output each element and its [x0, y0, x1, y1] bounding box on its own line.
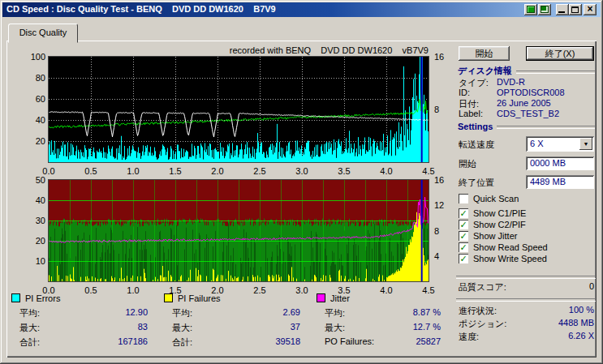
maximize-button[interactable] — [569, 4, 582, 15]
position-value: 4488 MB — [558, 318, 594, 330]
stat-row: 最大:83 — [11, 322, 157, 336]
pi-failures-swatch-icon — [164, 293, 173, 302]
stat-row: 最大:12.7 % — [317, 322, 450, 336]
stat-title: Jitter — [330, 293, 350, 303]
stat-row: 平均:12.90 — [11, 307, 157, 322]
stat-row: 合計:167186 — [11, 336, 157, 351]
app-chart-button[interactable] — [524, 4, 537, 15]
checkbox-icon[interactable]: ✓ — [459, 208, 468, 218]
disk-icon — [541, 6, 549, 13]
checkbox-icon[interactable]: ✓ — [459, 220, 468, 229]
disc-id-row: ID:OPTODISCR008 — [459, 88, 595, 98]
end-position-label: 終了位置 — [459, 177, 494, 189]
disc-type-row: タイプ:DVD-R — [459, 77, 595, 88]
window-title: CD Speed : Disc Quality Test - BENQ DVD … — [6, 4, 276, 14]
disc-label-row: Label:CDS_TEST_B2 — [459, 109, 595, 119]
minimize-icon — [558, 11, 565, 13]
speed-select[interactable]: 6 X ▼ — [526, 136, 594, 152]
divider — [516, 71, 595, 74]
maximize-icon — [571, 6, 579, 13]
stat-title: PI Failures — [178, 293, 221, 303]
progress-row: 進行状況:100 % — [459, 305, 594, 317]
pi-errors-stats: PI Errors 平均:12.90 最大:83 合計:167186 — [11, 293, 157, 351]
speed-label: 転送速度 — [459, 139, 494, 151]
jitter-stats: Jitter 平均:8.87 % 最大:12.7 % PO Failures:2… — [317, 293, 450, 351]
start-position-label: 開始 — [459, 158, 476, 170]
pi-failures-jitter-chart — [48, 179, 429, 282]
start-button[interactable]: 開始 — [459, 46, 510, 61]
close-icon: × — [584, 4, 597, 15]
chart-icon — [527, 6, 535, 13]
checkbox-icon[interactable]: ✓ — [459, 231, 468, 241]
checkbox-icon[interactable] — [459, 194, 468, 203]
stat-row: 平均:8.87 % — [317, 307, 450, 322]
end-position-input[interactable]: 4489 MB — [526, 175, 594, 189]
stat-row: PO Failures:25827 — [317, 336, 450, 351]
stat-title: PI Errors — [25, 293, 60, 303]
disc-info-header: ディスク情報 — [458, 65, 595, 77]
minimize-button[interactable] — [556, 4, 569, 15]
stat-row: 平均:2.69 — [164, 307, 310, 322]
exit-button[interactable]: 終了(X) — [526, 46, 594, 61]
close-button[interactable]: × — [584, 4, 597, 15]
speed-row: 速度:6.26 X — [459, 331, 594, 343]
speed-value: 6.26 X — [568, 331, 594, 343]
jitter-swatch-icon — [317, 293, 325, 302]
pi-errors-swatch-icon — [11, 293, 20, 302]
disc-date-row: 日付:26 June 2005 — [459, 98, 595, 109]
checkbox-icon[interactable]: ✓ — [459, 242, 468, 252]
start-position-input[interactable]: 0000 MB — [526, 156, 594, 170]
position-row: ポジション:4488 MB — [459, 318, 594, 330]
titlebar: CD Speed : Disc Quality Test - BENQ DVD … — [2, 2, 601, 17]
divider — [456, 298, 596, 302]
chart-annotation: recorded with BENQ DVD DD DW1620 vB7V9 — [49, 45, 429, 55]
checkbox-icon[interactable]: ✓ — [459, 254, 468, 263]
quality-score-row: 品質スコア:0 — [459, 281, 594, 293]
tab-label: Disc Quality — [19, 28, 67, 37]
app-save-button[interactable] — [538, 4, 551, 15]
settings-header: Settings — [458, 122, 595, 131]
quality-score-value: 0 — [589, 281, 594, 293]
progress-value: 100 % — [569, 305, 594, 317]
chevron-down-icon[interactable]: ▼ — [579, 138, 592, 150]
divider — [456, 276, 596, 279]
stat-row: 最大:37 — [164, 322, 310, 336]
divider — [497, 126, 595, 129]
pi-failures-stats: PI Failures 平均:2.69 最大:37 合計:39518 — [164, 293, 310, 351]
stat-row: 合計:39518 — [164, 336, 310, 351]
tab-disc-quality[interactable]: Disc Quality — [8, 24, 78, 43]
pi-errors-chart — [48, 56, 429, 163]
app-window: CD Speed : Disc Quality Test - BENQ DVD … — [0, 0, 603, 364]
